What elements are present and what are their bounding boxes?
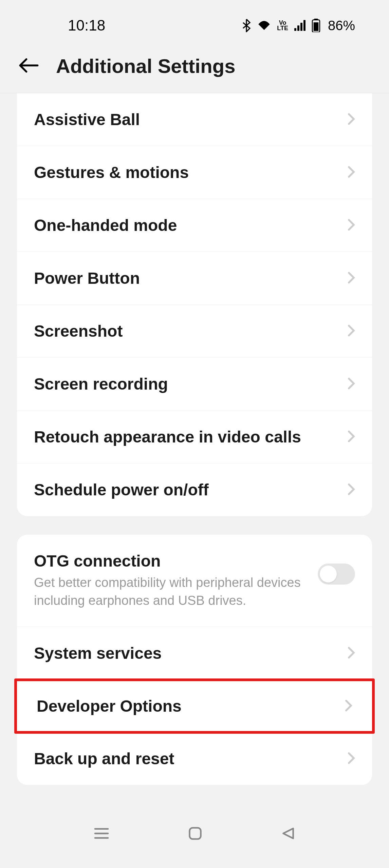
navigation-bar <box>0 826 389 841</box>
battery-icon <box>312 19 320 32</box>
chevron-right-icon <box>348 644 355 663</box>
recents-icon[interactable] <box>93 827 110 840</box>
battery-percent: 86% <box>328 18 355 33</box>
list-item-label: System services <box>34 644 162 663</box>
list-item-system-services[interactable]: System services <box>17 627 372 680</box>
list-item-assistive-ball[interactable]: Assistive Ball <box>17 93 372 146</box>
list-item-screen-recording[interactable]: Screen recording <box>17 358 372 411</box>
list-item-one-handed-mode[interactable]: One-handed mode <box>17 199 372 252</box>
list-item-label: Developer Options <box>37 697 182 715</box>
otg-title: OTG connection <box>34 552 304 570</box>
chevron-right-icon <box>345 697 352 715</box>
list-item-label: One-handed mode <box>34 216 177 235</box>
list-item-screenshot[interactable]: Screenshot <box>17 305 372 358</box>
home-icon[interactable] <box>188 826 203 841</box>
chevron-right-icon <box>348 110 355 129</box>
list-item-developer-options[interactable]: Developer Options <box>14 678 375 734</box>
status-time: 10:18 <box>68 17 105 34</box>
page-header: Additional Settings <box>0 44 389 93</box>
chevron-right-icon <box>348 269 355 288</box>
list-item-otg-connection[interactable]: OTG connection Get better compatibility … <box>17 535 372 627</box>
list-item-label: Gestures & motions <box>34 163 189 182</box>
list-item-label: Screenshot <box>34 322 123 340</box>
bluetooth-icon <box>242 19 251 32</box>
list-item-label: Screen recording <box>34 375 168 393</box>
settings-group-2: OTG connection Get better compatibility … <box>17 535 372 785</box>
chevron-right-icon <box>348 216 355 235</box>
signal-icon <box>294 20 305 31</box>
list-item-power-button[interactable]: Power Button <box>17 252 372 305</box>
list-item-label: Back up and reset <box>34 749 174 768</box>
chevron-right-icon <box>348 163 355 182</box>
settings-group-1: Assistive Ball Gestures & motions One-ha… <box>17 93 372 516</box>
volte-icon: Vo LTE <box>277 20 288 31</box>
list-item-label: Schedule power on/off <box>34 480 209 499</box>
wifi-icon <box>257 20 271 31</box>
svg-rect-6 <box>190 828 201 839</box>
list-item-label: Assistive Ball <box>34 110 140 129</box>
chevron-right-icon <box>348 428 355 446</box>
list-item-label: Retouch appearance in video calls <box>34 428 301 446</box>
svg-rect-2 <box>314 22 319 31</box>
list-item-gestures-motions[interactable]: Gestures & motions <box>17 146 372 199</box>
list-item-label: Power Button <box>34 269 140 288</box>
chevron-right-icon <box>348 375 355 393</box>
status-icons: Vo LTE 86% <box>242 18 355 33</box>
list-item-schedule-power[interactable]: Schedule power on/off <box>17 463 372 516</box>
toggle-knob <box>320 566 337 583</box>
status-bar: 10:18 Vo LTE 86% <box>0 0 389 44</box>
otg-subtitle: Get better compatibility with peripheral… <box>34 574 304 610</box>
chevron-right-icon <box>348 322 355 340</box>
list-item-back-up-reset[interactable]: Back up and reset <box>17 732 372 785</box>
otg-toggle[interactable] <box>318 564 355 585</box>
chevron-right-icon <box>348 749 355 768</box>
chevron-right-icon <box>348 480 355 499</box>
back-arrow-icon[interactable] <box>19 54 39 78</box>
back-icon[interactable] <box>281 826 296 841</box>
page-title: Additional Settings <box>56 55 235 77</box>
list-item-retouch-video[interactable]: Retouch appearance in video calls <box>17 411 372 463</box>
